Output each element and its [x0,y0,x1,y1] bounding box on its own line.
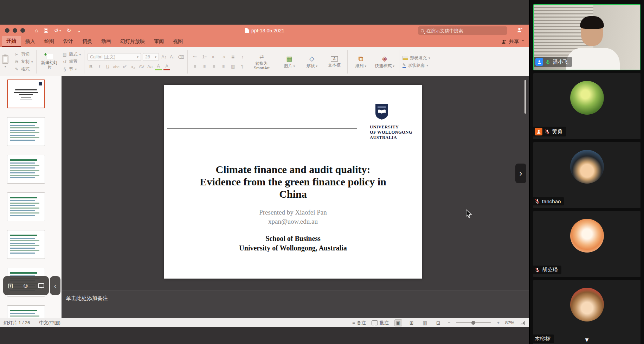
emoji-icon[interactable]: ☺ [22,282,29,289]
increase-font-button[interactable]: A↑ [161,53,167,60]
slide-1[interactable]: UNIVERSITY OF WOLLONGONG AUSTRALIA Clima… [164,85,422,279]
slide-title[interactable]: Climate finance and audit quality: Evide… [164,163,422,200]
convert-smartart-button[interactable]: ⇄ 转换为 SmartArt [250,53,273,70]
new-slide-button[interactable]: 新建幻灯片 [40,54,59,70]
superscript-button[interactable]: x² [121,63,128,70]
text-highlight-button[interactable]: A [155,63,162,70]
notes-toggle[interactable]: ≡备注 [352,320,366,326]
reading-view-button[interactable]: ▥ [421,319,429,326]
paste-button[interactable]: ▾ [0,55,11,68]
customize-toolbar-icon[interactable]: ⌄ [77,27,81,34]
font-size-select[interactable]: 28▾ [143,53,159,61]
ribbon-tab-9[interactable]: 视图 [168,36,187,47]
line-spacing-button[interactable]: ↕ [238,53,246,60]
notes-placeholder[interactable]: 单击此处添加备注 [66,295,108,302]
justify-button[interactable]: ≡ [219,63,227,70]
clear-format-button[interactable]: ⌫ [178,53,184,60]
zoom-out-button[interactable]: − [448,320,451,325]
ribbon-tab-1[interactable]: 开始 [2,36,21,47]
change-case-button[interactable]: Aa [147,63,153,70]
shape-fill-button[interactable]: 形状填充▾ [402,55,430,61]
italic-button[interactable]: I [96,63,103,70]
collapse-ribbon-icon[interactable]: ⌃ [521,39,525,44]
presenter-line[interactable]: Presented by Xiaofei Pan [164,208,422,217]
font-family-select[interactable]: Calibri (正文)▾ [88,53,141,61]
ribbon-tab-7[interactable]: 幻灯片放映 [116,36,149,47]
quick-styles-button[interactable]: ◈ 快速样式 ▾ [373,55,396,69]
arrange-button[interactable]: ⧉ 排列 ▾ [351,55,371,69]
slide-sorter-button[interactable]: ⊞ [408,319,416,326]
align-center-button[interactable]: ≡ [200,63,208,70]
chat-icon[interactable] [38,283,44,288]
scroll-down-icon[interactable]: ▼ [584,337,590,344]
slide-thumbnail-2[interactable] [7,117,45,146]
ribbon-tab-5[interactable]: 切换 [78,36,97,47]
text-direction-button[interactable]: ¶ [238,63,246,70]
reset-button[interactable]: ↺重置 [62,59,81,65]
subscript-button[interactable]: x₂ [130,63,136,70]
ribbon-tab-6[interactable]: 动画 [97,36,116,47]
share-user-icon[interactable] [517,27,523,34]
slide-thumbnail-5[interactable] [7,230,45,259]
comments-toggle[interactable]: 批注 [372,320,389,326]
decrease-font-button[interactable]: A↓ [169,53,176,60]
slide-thumbnail-1[interactable] [7,79,45,108]
participant-tile-4[interactable]: 胡公瑾 [533,211,640,277]
layout-button[interactable]: ▤版式▾ [62,51,81,57]
ribbon-tab-3[interactable]: 绘图 [40,36,59,47]
bullets-button[interactable]: •≡ [191,53,199,60]
zoom-slider[interactable] [456,322,491,323]
underline-button[interactable]: U [104,63,111,70]
school-line[interactable]: School of Business [164,234,422,243]
zoom-button[interactable] [20,28,25,33]
notes-pane[interactable]: 单击此处添加备注 [62,291,529,318]
numbering-button[interactable]: 1≡ [200,53,208,60]
slide-thumbnail-7[interactable] [7,305,45,318]
search-box[interactable] [418,26,507,35]
shapes-button[interactable]: ◇ 形状 ▾ [302,55,322,69]
align-right-button[interactable]: ≡ [210,63,218,70]
indent-increase-button[interactable]: ⇥ [219,53,227,60]
undo-button[interactable]: ↺▾ [54,27,61,34]
participant-tile-5[interactable]: 木桫椤 [533,280,640,344]
home-icon[interactable]: ⌂ [35,27,38,33]
ribbon-tab-4[interactable]: 设计 [59,36,78,47]
textbox-button[interactable]: A 文本框 [324,56,344,68]
redo-button[interactable]: ↻ [67,27,71,34]
layout-grid-icon[interactable]: ⊞ [8,282,13,290]
zoom-in-button[interactable]: + [497,320,500,325]
slideshow-button[interactable]: ⊡ [434,319,442,326]
normal-view-button[interactable]: ▣ [394,319,402,326]
close-button[interactable] [5,28,9,33]
fit-to-window-icon[interactable] [520,321,525,325]
text-spacing-button[interactable]: ≣ [229,53,237,60]
indent-decrease-button[interactable]: ⇤ [210,53,218,60]
strikethrough-button[interactable]: abc [113,63,120,70]
university-line[interactable]: University of Wollongong, Australia [164,243,422,253]
character-spacing-button[interactable]: AV [138,63,145,70]
search-input[interactable] [426,28,504,33]
presenter-email[interactable]: xpan@uow.edu.au [164,217,422,226]
shape-outline-button[interactable]: ✎形状轮廓▾ [402,63,430,69]
participant-tile-2[interactable]: 黄勇 [533,73,640,139]
zoom-slider-thumb[interactable] [471,321,475,325]
section-button[interactable]: §节▾ [62,66,81,72]
language-indicator[interactable]: 中文(中国) [39,320,60,326]
share-button[interactable]: 共享 ⌃ [501,36,529,47]
font-color-button[interactable]: A [163,63,170,70]
picture-button[interactable]: ▦ 图片 ▾ [279,55,299,69]
ribbon-tab-2[interactable]: 插入 [21,36,40,47]
columns-button[interactable]: ▥ [229,63,237,70]
slide-thumbnail-4[interactable] [7,192,45,221]
align-left-button[interactable]: ≡ [191,63,199,70]
zoom-level[interactable]: 87% [505,320,514,325]
toolbar-collapse-button[interactable]: ‹ [50,276,60,295]
cut-button[interactable]: ✂剪切 [14,51,33,57]
slide-thumbnail-3[interactable] [7,155,45,184]
copy-button[interactable]: ⧉复制▾ [14,59,33,65]
participant-tile-3[interactable]: tanchao [533,142,640,208]
ribbon-tab-8[interactable]: 审阅 [149,36,168,47]
participant-tile-1[interactable]: 潘小飞 [533,4,640,70]
format-painter-button[interactable]: ✎格式 [14,66,33,72]
bold-button[interactable]: B [88,63,94,70]
